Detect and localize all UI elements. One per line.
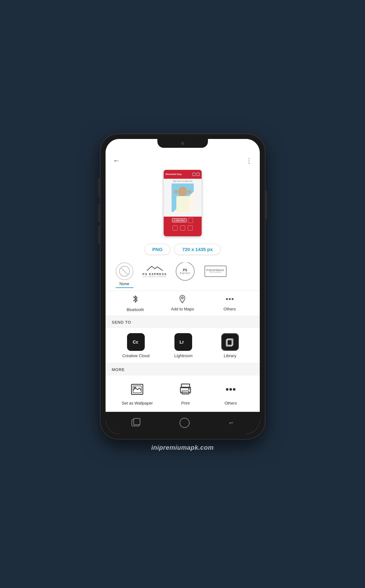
svg-point-18 bbox=[229, 388, 232, 391]
screenshot-icon-1 bbox=[192, 173, 196, 176]
more-header: MORE bbox=[106, 363, 260, 375]
phone-screen: ← ⋮ Shocked Guy Tap here to add text bbox=[106, 139, 260, 434]
others-share-item[interactable]: Others bbox=[217, 295, 242, 312]
nav-dot-1 bbox=[173, 225, 178, 231]
website-label: inipremiumapk.com bbox=[151, 444, 214, 451]
cc-icon-svg: Cc bbox=[131, 337, 141, 347]
others-share-icon bbox=[225, 295, 234, 305]
bluetooth-label: Bluetooth bbox=[127, 307, 144, 312]
creative-cloud-icon: Cc bbox=[127, 333, 145, 351]
wallpaper-svg bbox=[131, 383, 144, 395]
bluetooth-item[interactable]: Bluetooth bbox=[123, 295, 148, 312]
screenshot-nav bbox=[164, 224, 202, 232]
nav-dot-2 bbox=[180, 225, 185, 231]
nav-dot-3 bbox=[188, 225, 193, 231]
lightroom-label: Lightroom bbox=[174, 353, 193, 358]
send-to-title: SEND TO bbox=[112, 320, 131, 325]
creative-cloud-item[interactable]: Cc Creative Cloud bbox=[122, 333, 149, 358]
format-pills-row: PNG 720 x 1435 px bbox=[106, 241, 260, 260]
recent-apps-button[interactable] bbox=[131, 419, 140, 426]
screenshot-top-bar: Shocked Guy bbox=[164, 170, 202, 179]
others-more-svg bbox=[224, 383, 237, 395]
bluetooth-icon bbox=[131, 295, 139, 305]
maps-icon bbox=[179, 295, 186, 305]
bluetooth-svg bbox=[131, 295, 139, 303]
set-as-wallpaper-item[interactable]: Set as Wallpaper bbox=[122, 381, 153, 405]
maps-svg bbox=[179, 295, 186, 303]
lr-icon-svg: Lr bbox=[178, 337, 189, 347]
watermark-ps3[interactable]: PSEXPRESS PHOTOSHOP bbox=[203, 262, 228, 288]
image-preview-container: Shocked Guy Tap here to add text bbox=[106, 170, 260, 241]
lib-icon-svg bbox=[225, 337, 235, 347]
tap-here-text: Tap here to add text bbox=[173, 180, 192, 182]
bottom-icon bbox=[188, 218, 193, 223]
add-to-maps-item[interactable]: Add to Maps bbox=[170, 295, 195, 312]
svg-point-17 bbox=[226, 388, 228, 391]
more-title: MORE bbox=[112, 367, 125, 372]
person-body bbox=[176, 196, 189, 212]
lightroom-item[interactable]: Lr Lightroom bbox=[171, 333, 196, 358]
camera-dot bbox=[181, 142, 184, 145]
screenshot-preview: Shocked Guy Tap here to add text bbox=[164, 170, 202, 236]
home-bar: ⌐ bbox=[106, 412, 260, 434]
watermark-none[interactable]: None bbox=[112, 262, 137, 288]
screenshot-body: Tap here to add text bbox=[164, 179, 202, 217]
wallpaper-icon bbox=[128, 381, 146, 398]
back-button[interactable]: ← bbox=[112, 155, 121, 166]
watermark-ps1[interactable]: PS EXPRESS PHOTOSHOP EXPRESS bbox=[142, 262, 167, 288]
svg-point-4 bbox=[229, 298, 231, 300]
others-more-icon bbox=[222, 381, 240, 398]
svg-point-19 bbox=[233, 388, 235, 391]
svg-point-5 bbox=[232, 298, 234, 300]
screenshot-icons bbox=[192, 173, 200, 176]
svg-point-3 bbox=[226, 298, 228, 300]
hand-left bbox=[174, 190, 178, 194]
print-item[interactable]: Print bbox=[173, 381, 198, 405]
watermark-ps2[interactable]: PS Express bbox=[173, 262, 198, 288]
more-items-grid: Set as Wallpaper Print bbox=[106, 375, 260, 412]
svg-text:Cc: Cc bbox=[133, 339, 138, 345]
screenshot-icon-2 bbox=[197, 173, 200, 176]
svg-point-12 bbox=[134, 387, 136, 389]
svg-rect-16 bbox=[188, 388, 190, 390]
status-bar bbox=[106, 139, 260, 153]
phone-frame: ← ⋮ Shocked Guy Tap here to add text bbox=[100, 134, 265, 439]
svg-point-2 bbox=[181, 297, 183, 299]
print-label: Print bbox=[181, 401, 190, 405]
library-icon bbox=[221, 333, 239, 351]
others-share-label: Others bbox=[223, 307, 236, 311]
ps-express-mountain-logo: PS EXPRESS PHOTOSHOP EXPRESS bbox=[142, 262, 167, 280]
mountain-svg bbox=[145, 265, 164, 271]
watermark-section: None PS EXPRESS PHOTOSHOP EXPRESS bbox=[106, 260, 260, 291]
others-svg bbox=[225, 295, 234, 303]
send-to-app-grid: Cc Creative Cloud Lr Lightroom bbox=[106, 328, 260, 363]
screenshot-bottom-bar: + Add Text bbox=[164, 217, 202, 224]
watermark-row: None PS EXPRESS PHOTOSHOP EXPRESS bbox=[112, 262, 253, 291]
svg-text:Lr: Lr bbox=[179, 339, 184, 345]
others-more-item[interactable]: Others bbox=[218, 381, 243, 405]
add-text-btn: + Add Text bbox=[172, 218, 187, 222]
add-to-maps-label: Add to Maps bbox=[171, 307, 194, 311]
hand-right bbox=[187, 190, 191, 194]
screenshot-title: Shocked Guy bbox=[166, 173, 191, 176]
no-watermark-icon bbox=[116, 262, 133, 280]
library-item[interactable]: Library bbox=[217, 333, 243, 358]
no-watermark-svg bbox=[119, 266, 130, 277]
library-label: Library bbox=[224, 353, 236, 358]
others-more-label: Others bbox=[224, 401, 237, 405]
share-row: Bluetooth Add to Maps bbox=[106, 291, 260, 316]
send-to-header: SEND TO bbox=[106, 316, 260, 328]
top-navigation-bar: ← ⋮ bbox=[106, 153, 260, 170]
format-pill[interactable]: PNG bbox=[144, 244, 171, 255]
creative-cloud-label: Creative Cloud bbox=[122, 353, 149, 358]
home-button[interactable] bbox=[179, 418, 190, 428]
more-options-button[interactable]: ⋮ bbox=[245, 156, 253, 166]
person-hands bbox=[174, 190, 191, 195]
back-phone-button[interactable]: ⌐ bbox=[229, 419, 233, 427]
lightroom-icon: Lr bbox=[174, 333, 192, 351]
watermark-underline bbox=[116, 287, 133, 288]
ps-express-stamp-logo: PSEXPRESS PHOTOSHOP bbox=[203, 262, 228, 280]
ps-express-circle-logo: PS Express bbox=[173, 262, 198, 280]
notch bbox=[157, 139, 208, 148]
dimensions-pill[interactable]: 720 x 1435 px bbox=[174, 244, 221, 255]
